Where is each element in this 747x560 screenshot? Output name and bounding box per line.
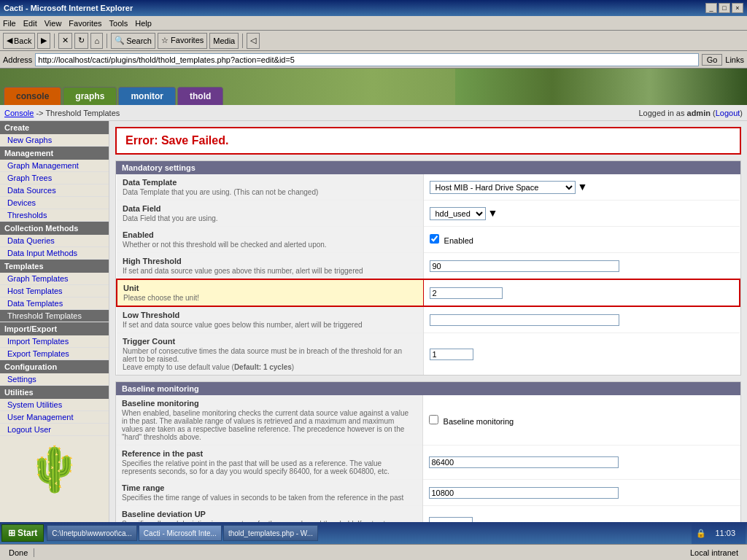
time-range-desc: Specifies the time range of values in se… bbox=[122, 494, 417, 502]
sidebar-item-devices[interactable]: Devices bbox=[0, 197, 109, 209]
data-field-dropdown-icon[interactable]: ▼ bbox=[488, 207, 498, 219]
sidebar-item-graph-trees[interactable]: Graph Trees bbox=[0, 172, 109, 184]
data-field-select[interactable]: hdd_used bbox=[430, 207, 486, 220]
tab-console[interactable]: console bbox=[4, 87, 61, 105]
trigger-count-label: Trigger Count bbox=[123, 337, 417, 346]
mandatory-settings-header: Mandatory settings bbox=[116, 161, 740, 174]
unit-input[interactable] bbox=[430, 287, 503, 299]
favorites-button[interactable]: ☆ Favorites bbox=[158, 33, 207, 49]
minimize-button[interactable]: _ bbox=[705, 3, 717, 13]
baseline-monitoring-desc: When enabled, baseline monitoring checks… bbox=[122, 409, 417, 441]
search-button[interactable]: 🔍 Search bbox=[111, 33, 155, 49]
sidebar-item-data-sources[interactable]: Data Sources bbox=[0, 184, 109, 197]
stop-button[interactable]: ✕ bbox=[58, 33, 72, 49]
start-button[interactable]: ⊞ Start bbox=[1, 524, 44, 542]
history-button[interactable]: ◁ bbox=[247, 33, 260, 49]
tab-monitor[interactable]: monitor bbox=[118, 87, 176, 105]
baseline-monitoring-label-cell: Baseline monitoring When enabled, baseli… bbox=[116, 395, 422, 446]
menu-view[interactable]: View bbox=[44, 19, 62, 28]
high-threshold-label-cell: High Threshold If set and data source va… bbox=[117, 253, 423, 280]
sidebar-item-thresholds[interactable]: Thresholds bbox=[0, 209, 109, 222]
data-template-select[interactable]: Host MIB - Hard Drive Space bbox=[430, 181, 576, 194]
reference-in-past-label-cell: Reference in the past Specifies the rela… bbox=[116, 446, 422, 480]
trigger-count-row: Trigger Count Number of consecutive time… bbox=[117, 333, 740, 376]
cactus-logo: 🌵 bbox=[0, 436, 109, 502]
taskbar: ⊞ Start C:\Inetpub\wwwroot\ca... Cacti -… bbox=[0, 522, 747, 544]
sidebar-item-settings[interactable]: Settings bbox=[0, 373, 109, 386]
links-button[interactable]: Links bbox=[725, 55, 744, 64]
refresh-button[interactable]: ↻ bbox=[74, 33, 88, 49]
data-template-label: Data Template bbox=[123, 178, 417, 187]
sidebar-item-data-input-methods[interactable]: Data Input Methods bbox=[0, 247, 109, 260]
menu-edit[interactable]: Edit bbox=[23, 19, 37, 28]
unit-desc: Please choose the unit! bbox=[123, 294, 417, 302]
back-button[interactable]: ◀ Back bbox=[3, 33, 35, 49]
sidebar-item-logout-user[interactable]: Logout User bbox=[0, 424, 109, 436]
nav-tabs: console graphs monitor thold bbox=[4, 87, 223, 105]
reference-in-past-desc: Specifies the relative point in the past… bbox=[122, 459, 417, 475]
baseline-monitoring-table: Baseline monitoring When enabled, baseli… bbox=[116, 395, 740, 540]
low-threshold-label: Low Threshold bbox=[123, 311, 417, 319]
data-template-dropdown-icon[interactable]: ▼ bbox=[578, 181, 588, 192]
forward-button[interactable]: ▶ bbox=[37, 33, 50, 49]
menu-tools[interactable]: Tools bbox=[109, 19, 128, 28]
menu-favorites[interactable]: Favorites bbox=[69, 19, 101, 28]
menu-file[interactable]: File bbox=[3, 19, 16, 28]
low-threshold-input[interactable] bbox=[430, 314, 619, 326]
reference-in-past-input[interactable] bbox=[429, 456, 619, 468]
sidebar-item-new-graphs[interactable]: New Graphs bbox=[0, 134, 109, 147]
header-background bbox=[455, 69, 747, 105]
home-button[interactable]: ⌂ bbox=[90, 33, 103, 49]
time-range-value-cell bbox=[422, 480, 740, 506]
time-range-input[interactable] bbox=[429, 487, 619, 499]
data-field-label-cell: Data Field Data Field that you are using… bbox=[117, 201, 423, 227]
breadcrumb-console[interactable]: Console bbox=[4, 109, 34, 117]
unit-value-cell bbox=[423, 279, 740, 306]
close-button[interactable]: × bbox=[732, 3, 743, 13]
taskbar-time: 11:03 bbox=[709, 529, 741, 537]
start-icon: ⊞ bbox=[8, 528, 15, 538]
status-text: Done bbox=[3, 548, 34, 557]
enabled-checkbox[interactable] bbox=[430, 234, 439, 244]
menu-help[interactable]: Help bbox=[135, 19, 152, 28]
logout-link[interactable]: Logout bbox=[716, 109, 740, 117]
trigger-count-label-cell: Trigger Count Number of consecutive time… bbox=[117, 333, 423, 376]
sidebar-item-host-templates[interactable]: Host Templates bbox=[0, 285, 109, 298]
data-field-value-cell: hdd_used ▼ bbox=[423, 201, 740, 227]
tab-graphs[interactable]: graphs bbox=[63, 87, 117, 105]
baseline-monitoring-checkbox[interactable] bbox=[429, 415, 438, 424]
data-template-label-cell: Data Template Data Template that you are… bbox=[117, 174, 423, 201]
window-controls[interactable]: _ □ × bbox=[705, 3, 743, 13]
window-title: Cacti - Microsoft Internet Explorer bbox=[4, 4, 133, 12]
baseline-monitoring-value-cell: Baseline monitoring bbox=[422, 395, 740, 446]
time-range-label-cell: Time range Specifies the time range of v… bbox=[116, 480, 422, 506]
low-threshold-label-cell: Low Threshold If set and data source val… bbox=[117, 306, 423, 333]
sidebar-item-threshold-templates[interactable]: Threshold Templates bbox=[0, 310, 109, 322]
mandatory-settings-table: Data Template Data Template that you are… bbox=[116, 174, 740, 375]
sidebar-item-export-templates[interactable]: Export Templates bbox=[0, 348, 109, 360]
taskbar-item-thold[interactable]: thold_templates.php - W... bbox=[223, 525, 318, 541]
high-threshold-label: High Threshold bbox=[123, 257, 417, 265]
trigger-count-input[interactable] bbox=[430, 349, 473, 360]
address-bar: Address Go Links bbox=[0, 51, 747, 69]
taskbar-item-cacti-ie[interactable]: Cacti - Microsoft Inte... bbox=[139, 525, 222, 541]
taskbar-item-folder[interactable]: C:\Inetpub\wwwroot\ca... bbox=[47, 525, 137, 541]
tab-thold[interactable]: thold bbox=[177, 87, 223, 105]
sidebar-item-graph-templates[interactable]: Graph Templates bbox=[0, 273, 109, 285]
data-field-label: Data Field bbox=[123, 204, 417, 213]
toolbar-separator-1 bbox=[54, 34, 55, 48]
high-threshold-input[interactable] bbox=[430, 260, 619, 272]
address-input[interactable] bbox=[35, 53, 698, 66]
sidebar-item-graph-management[interactable]: Graph Management bbox=[0, 160, 109, 172]
media-button[interactable]: Media bbox=[209, 33, 239, 49]
sidebar-item-import-templates[interactable]: Import Templates bbox=[0, 335, 109, 348]
go-button[interactable]: Go bbox=[702, 54, 723, 66]
maximize-button[interactable]: □ bbox=[719, 3, 730, 13]
low-threshold-row: Low Threshold If set and data source val… bbox=[117, 306, 740, 333]
sidebar-item-user-management[interactable]: User Management bbox=[0, 411, 109, 424]
sidebar-item-data-queries[interactable]: Data Queries bbox=[0, 235, 109, 247]
sidebar-item-data-templates[interactable]: Data Templates bbox=[0, 298, 109, 310]
sidebar-item-system-utilities[interactable]: System Utilities bbox=[0, 399, 109, 411]
sidebar-section-templates: Templates bbox=[0, 260, 109, 273]
enabled-row: Enabled Whether or not this threshold wi… bbox=[117, 227, 740, 253]
